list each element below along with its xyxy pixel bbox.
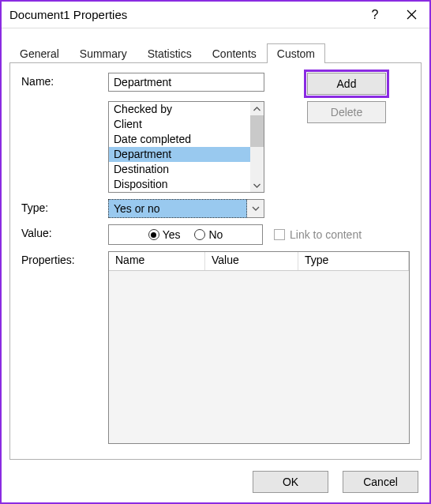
tab-statistics[interactable]: Statistics [137,43,202,63]
radio-icon [148,229,159,240]
type-select-arrow[interactable] [247,199,264,218]
link-to-content-checkbox: Link to content [274,228,362,241]
properties-col-value[interactable]: Value [205,252,298,270]
list-item[interactable]: Department [109,147,250,162]
titlebar: Document1 Properties ? [2,2,429,28]
list-item[interactable]: Disposition [109,177,250,192]
help-button[interactable]: ? [357,2,393,28]
value-radio-group: Yes No [108,224,263,245]
tabstrip: General Summary Statistics Contents Cust… [9,41,422,63]
properties-col-name[interactable]: Name [109,252,205,270]
chevron-down-icon [252,206,260,211]
properties-list[interactable]: Name Value Type [108,251,410,444]
tab-general[interactable]: General [9,43,69,63]
properties-col-type[interactable]: Type [298,252,409,270]
value-yes-radio[interactable]: Yes [148,228,181,241]
tab-summary[interactable]: Summary [69,43,137,63]
type-select-value: Yes or no [108,199,247,218]
add-button[interactable]: Add [307,73,386,95]
scroll-up-arrow-icon[interactable] [250,102,264,115]
list-item[interactable]: Client [109,117,250,132]
label-name: Name: [21,73,100,95]
label-type: Type: [21,199,100,218]
tab-custom[interactable]: Custom [267,43,325,63]
type-select[interactable]: Yes or no [108,199,264,218]
value-no-radio[interactable]: No [194,228,223,241]
list-item[interactable]: Checked by [109,102,250,117]
custom-panel: Name: Add Checked by Client Date complet… [9,63,422,460]
link-to-content-label: Link to content [290,228,362,241]
list-item[interactable]: Destination [109,162,250,177]
delete-button: Delete [307,101,386,123]
scrollbar-thumb[interactable] [250,115,264,147]
checkbox-icon [274,229,285,240]
close-icon [407,9,417,20]
list-item[interactable]: Date completed [109,132,250,147]
label-properties: Properties: [21,251,100,444]
scrollbar-track[interactable] [250,147,264,179]
name-listbox-items: Checked by Client Date completed Departm… [109,102,250,192]
properties-header: Name Value Type [109,252,409,271]
label-value: Value: [21,224,100,245]
properties-body [109,271,409,443]
radio-icon [194,229,205,240]
tab-contents[interactable]: Contents [202,43,267,63]
name-input[interactable] [108,73,264,92]
name-listbox-scrollbar[interactable] [250,102,264,192]
help-icon: ? [372,8,379,22]
ok-button[interactable]: OK [253,471,328,493]
value-no-label: No [208,228,223,241]
value-yes-label: Yes [163,228,181,241]
close-button[interactable] [393,2,429,28]
dialog-title: Document1 Properties [9,8,357,21]
name-listbox[interactable]: Checked by Client Date completed Departm… [108,101,264,193]
scroll-down-arrow-icon[interactable] [250,179,264,192]
dialog-buttons: OK Cancel [2,466,429,502]
cancel-button[interactable]: Cancel [343,471,418,493]
